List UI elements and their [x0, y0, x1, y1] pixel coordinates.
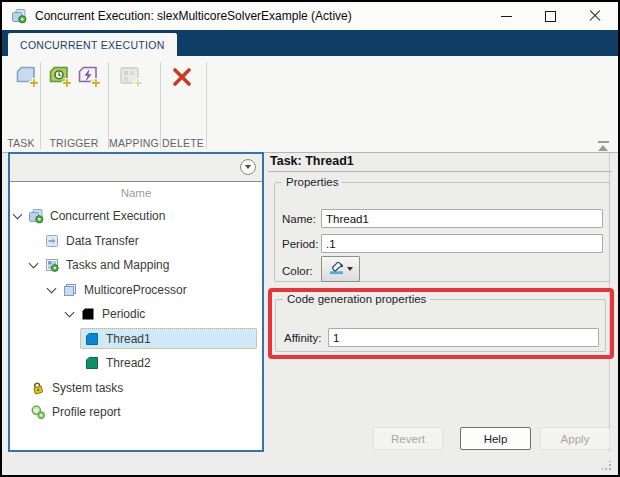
- tree-item-label: Data Transfer: [66, 234, 139, 248]
- properties-group: Properties Name: Period: Color:: [274, 176, 610, 282]
- collapse-toolstrip-button[interactable]: [597, 140, 611, 152]
- paint-bucket-icon: [328, 259, 345, 279]
- expand-arrow-icon[interactable]: [10, 209, 24, 223]
- tree-row-body: Thread2: [80, 353, 257, 374]
- tree-item-periodic[interactable]: Periodic: [10, 302, 262, 327]
- delete-icon: [169, 64, 195, 94]
- multicore-processor-icon: [62, 282, 78, 298]
- tree-row-body: Periodic: [76, 304, 257, 325]
- toolbar-separator: [40, 62, 41, 149]
- toolbar-separator: [108, 62, 109, 149]
- revert-button[interactable]: Revert: [373, 427, 443, 450]
- code-generation-group: Code generation properties Affinity:: [275, 293, 606, 352]
- tree-item-label: System tasks: [52, 381, 123, 395]
- data-transfer-icon: [44, 233, 60, 249]
- task-add-icon: [13, 64, 39, 94]
- tree-item-label: Thread1: [106, 332, 151, 346]
- concurrent-execution-window: Concurrent Execution: slexMulticoreSolve…: [0, 0, 620, 477]
- color-label: Color:: [282, 265, 313, 277]
- arrow-spacer: [26, 234, 40, 248]
- tab-concurrent-execution[interactable]: CONCURRENT EXECUTION: [8, 33, 177, 56]
- collapse-bar-icon: [598, 141, 609, 143]
- tree-item-tasks-and-mapping[interactable]: Tasks and Mapping: [10, 253, 262, 278]
- tree-row-body: MulticoreProcessor: [58, 279, 257, 300]
- period-label: Period:: [282, 238, 318, 250]
- dropdown-caret-icon: [347, 267, 353, 271]
- tree-item-label: Thread2: [106, 356, 151, 370]
- add-event-trigger-button[interactable]: [73, 64, 103, 94]
- toolbar-group-label-task: TASK: [2, 137, 40, 149]
- tree-item-label: Profile report: [52, 405, 121, 419]
- close-icon: [589, 10, 601, 22]
- name-field[interactable]: [321, 209, 603, 228]
- tree-column-header-name: Name: [10, 182, 262, 204]
- tree-item-label: Concurrent Execution: [50, 209, 165, 223]
- tree-item-multicoreprocessor[interactable]: MulticoreProcessor: [10, 278, 262, 303]
- tree-row-body: System tasks: [26, 377, 257, 398]
- expand-arrow-icon[interactable]: [26, 258, 40, 272]
- resize-grip[interactable]: [602, 461, 611, 470]
- tree-filter-dropdown-button[interactable]: [240, 159, 256, 175]
- tree-item-profile-report[interactable]: Profile report: [10, 400, 262, 425]
- help-button[interactable]: Help: [460, 427, 531, 450]
- concurrent-execution-icon: [28, 208, 44, 224]
- add-task-button[interactable]: [11, 64, 41, 94]
- profile-report-icon: [30, 404, 46, 420]
- trigger-clock-add-icon: [46, 64, 72, 94]
- toolbar-separator: [206, 62, 207, 149]
- color-picker-button[interactable]: [321, 256, 360, 282]
- thread-green-icon: [84, 355, 100, 371]
- tree-row-body: Data Transfer: [40, 230, 257, 251]
- tree-row-body: Profile report: [26, 402, 257, 423]
- add-mapping-button[interactable]: [115, 64, 145, 94]
- tree-row-body: Tasks and Mapping: [40, 255, 257, 276]
- toolbar-group-label-delete: DELETE: [160, 137, 206, 149]
- minimize-button[interactable]: [488, 2, 524, 30]
- periodic-icon: [80, 306, 96, 322]
- panel-title-divider: [268, 171, 612, 172]
- toolstrip: TASK TRIGGER MAPPING DELETE: [2, 56, 618, 152]
- tree-filter-row: [10, 154, 262, 182]
- delete-button[interactable]: [167, 64, 197, 94]
- collapse-triangle-icon: [598, 145, 608, 151]
- selected-row-highlight: Thread1: [80, 328, 257, 349]
- affinity-label: Affinity:: [284, 332, 322, 344]
- tree-row-body: Concurrent Execution: [24, 206, 257, 227]
- tree-item-label: Periodic: [102, 307, 145, 321]
- maximize-icon: [545, 11, 556, 22]
- toolbar-group-label-trigger: TRIGGER: [40, 137, 108, 149]
- tree-item-label: Tasks and Mapping: [66, 258, 169, 272]
- minimize-icon: [501, 16, 512, 17]
- expand-arrow-icon[interactable]: [44, 283, 58, 297]
- close-button[interactable]: [577, 2, 613, 30]
- system-tasks-icon: [30, 380, 46, 396]
- code-generation-legend: Code generation properties: [283, 293, 430, 305]
- trigger-event-add-icon: [75, 64, 101, 94]
- thread-blue-icon: [84, 331, 100, 347]
- app-icon: [11, 8, 27, 24]
- apply-button[interactable]: Apply: [540, 427, 610, 450]
- tree-item-thread2[interactable]: Thread2: [10, 351, 262, 376]
- tree-item-thread1[interactable]: Thread1: [10, 327, 262, 352]
- model-hierarchy-panel: Name Concurrent ExecutionData TransferTa…: [8, 152, 264, 452]
- tasks-mapping-icon: [44, 257, 60, 273]
- period-field[interactable]: [321, 234, 603, 253]
- expand-arrow-icon[interactable]: [62, 307, 76, 321]
- tree-rows: Concurrent ExecutionData TransferTasks a…: [10, 204, 262, 450]
- maximize-button[interactable]: [532, 2, 568, 30]
- toolbar-group-label-mapping: MAPPING: [108, 137, 160, 149]
- properties-legend: Properties: [282, 176, 342, 188]
- toolbar-separator: [160, 62, 161, 149]
- task-panel-title: Task: Thread1: [270, 154, 354, 168]
- add-periodic-trigger-button[interactable]: [44, 64, 74, 94]
- tree-item-label: MulticoreProcessor: [84, 283, 187, 297]
- tree-item-data-transfer[interactable]: Data Transfer: [10, 229, 262, 254]
- name-label: Name:: [282, 213, 316, 225]
- chevron-down-icon: [245, 165, 251, 169]
- tree-item-system-tasks[interactable]: System tasks: [10, 376, 262, 401]
- ribbon-tab-strip: CONCURRENT EXECUTION: [2, 30, 618, 56]
- tree-item-concurrent-execution[interactable]: Concurrent Execution: [10, 204, 262, 229]
- mapping-add-icon: [117, 64, 143, 94]
- affinity-field[interactable]: [328, 328, 599, 347]
- window-title: Concurrent Execution: slexMulticoreSolve…: [35, 2, 352, 30]
